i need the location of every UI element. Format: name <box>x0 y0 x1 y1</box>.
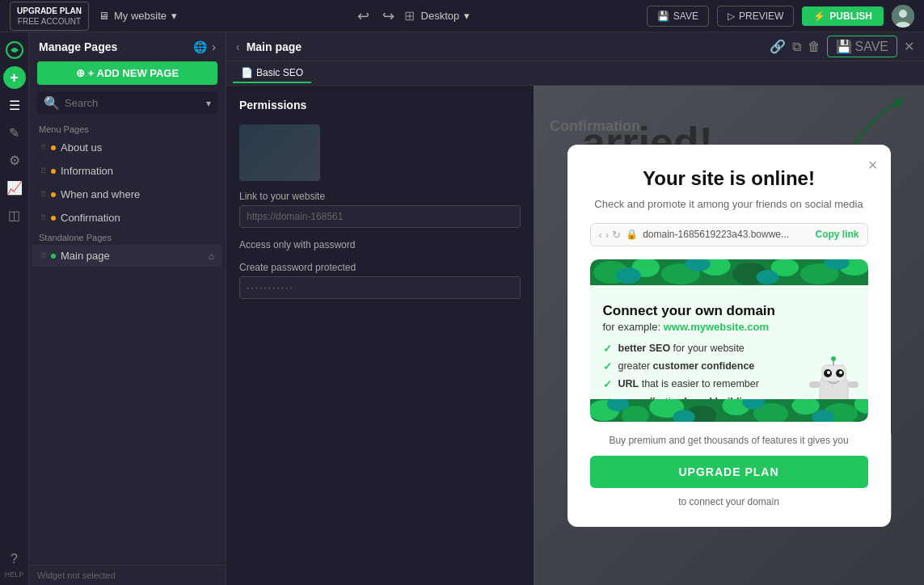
editor-save-button[interactable]: 💾 SAVE <box>827 36 898 57</box>
editor-topbar: ‹ Main page 🔗 ⧉ 🗑 💾 SAVE ✕ <box>226 32 924 61</box>
page-label: Main page <box>61 250 110 262</box>
icon-sidebar: + ☰ ✎ ⚙ 📈 ◫ ? HELP <box>0 32 29 585</box>
back-nav-icon[interactable]: ‹ <box>599 229 602 241</box>
upgrade-line1: UPGRADE PLAN <box>17 6 82 16</box>
undo-button[interactable]: ↩ <box>354 4 373 28</box>
permissions-panel: Permissions Link to your website Access … <box>226 86 534 585</box>
canvas-area: Confirmation arried! 51 Seconds <box>534 86 924 585</box>
pages-panel: Manage Pages 🌐 › ⊕ + ADD NEW PAGE 🔍 ▾ Me… <box>29 32 226 585</box>
upgrade-plan-modal-button[interactable]: UPGRADE PLAN <box>590 456 868 488</box>
pages-title: Manage Pages <box>39 40 117 53</box>
chevron-down-icon: ▾ <box>171 10 177 22</box>
duplicate-icon[interactable]: ⧉ <box>792 40 801 54</box>
page-preview-thumbnail <box>239 124 320 181</box>
page-item-information[interactable]: ⠿ Information <box>32 160 222 182</box>
help-icon[interactable]: ? <box>3 548 26 570</box>
status-dot <box>51 192 56 197</box>
editor-main: Permissions Link to your website Access … <box>226 86 924 585</box>
redo-button[interactable]: ↪ <box>379 4 398 28</box>
domain-card-example: for example: www.mywebsite.com <box>603 321 855 333</box>
edit-icon[interactable]: ✎ <box>3 121 26 144</box>
check-icon: ✓ <box>603 343 612 355</box>
globe-icon[interactable]: 🌐 <box>193 40 207 53</box>
modal-title: Your site is online! <box>590 167 868 190</box>
page-item-when-and-where[interactable]: ⠿ When and where <box>32 183 222 205</box>
copy-link-button[interactable]: Copy link <box>815 229 859 240</box>
search-input[interactable] <box>65 97 201 109</box>
permissions-title: Permissions <box>239 99 521 112</box>
editor-close-button[interactable]: ✕ <box>904 39 914 54</box>
page-item-about-us[interactable]: ⠿ About us <box>32 137 222 158</box>
svg-rect-27 <box>848 381 859 388</box>
page-item-confirmation[interactable]: ⠿ Confirmation <box>32 207 222 229</box>
example-url-link[interactable]: www.mywebsite.com <box>664 321 769 333</box>
svg-point-16 <box>756 270 778 284</box>
browser-nav-icons: ‹ › ↻ <box>599 229 622 241</box>
svg-point-23 <box>839 371 842 374</box>
preview-button[interactable]: ▷ PREVIEW <box>717 6 794 27</box>
svg-rect-26 <box>809 381 820 388</box>
modal-overlay: × Your site is online! Check and promote… <box>534 86 924 585</box>
save-icon: 💾 <box>836 39 852 54</box>
status-dot <box>51 145 56 150</box>
drag-handle-icon: ⠿ <box>40 166 46 175</box>
tab-basic-seo[interactable]: 📄 Basic SEO <box>233 64 311 83</box>
check-icon: ✓ <box>603 360 612 372</box>
link-label: Link to your website <box>239 191 521 202</box>
modal-close-button[interactable]: × <box>868 156 878 175</box>
link-input[interactable] <box>239 205 521 228</box>
drag-handle-icon: ⠿ <box>40 190 46 199</box>
device-selector[interactable]: Desktop ▾ <box>421 10 470 22</box>
lightning-icon: ⚡ <box>813 11 825 22</box>
user-avatar[interactable] <box>892 5 914 27</box>
add-element-button[interactable]: + <box>3 66 26 89</box>
publish-button[interactable]: ⚡ PUBLISH <box>802 6 884 26</box>
collapse-icon[interactable]: › <box>212 40 216 53</box>
help-label: HELP <box>3 570 26 579</box>
link-icon[interactable]: 🔗 <box>770 39 786 54</box>
access-field: Access only with password <box>239 239 521 250</box>
delete-icon[interactable]: 🗑 <box>808 40 821 54</box>
layers-icon[interactable]: ◫ <box>3 204 26 226</box>
logo-icon <box>3 39 26 61</box>
svg-point-14 <box>615 267 640 284</box>
editor-subtabs: 📄 Basic SEO <box>226 61 924 86</box>
forward-nav-icon[interactable]: › <box>605 229 609 241</box>
access-label: Access only with password <box>239 239 521 250</box>
page-item-main-page[interactable]: ⠿ Main page ⌂ <box>32 245 222 267</box>
search-icon: 🔍 <box>44 95 60 111</box>
upgrade-line2: FREE ACCOUNT <box>17 16 82 27</box>
standalone-section-label: Standalone Pages <box>29 229 226 244</box>
menu-section-label: Menu Pages <box>29 121 226 136</box>
lock-icon: 🔒 <box>626 229 638 240</box>
editor-actions: 🔗 ⧉ 🗑 💾 SAVE ✕ <box>770 36 915 57</box>
back-button[interactable]: ‹ <box>236 40 240 53</box>
page-label: Information <box>61 165 113 177</box>
success-modal: × Your site is online! Check and promote… <box>567 145 891 527</box>
topbar: UPGRADE PLAN FREE ACCOUNT 🖥 My website ▾… <box>0 0 924 32</box>
page-label: Confirmation <box>61 212 120 224</box>
save-button[interactable]: 💾 SAVE <box>647 6 709 27</box>
status-dot <box>51 216 56 221</box>
modal-subtitle: Check and promote it among your friends … <box>590 198 868 210</box>
chevron-down-icon: ▾ <box>206 98 211 109</box>
pages-header: Manage Pages 🌐 › <box>29 32 226 58</box>
password-label: Create password protected <box>239 262 521 273</box>
settings-icon[interactable]: ⚙ <box>3 149 26 171</box>
my-website-button[interactable]: 🖥 My website ▾ <box>99 10 177 22</box>
analytics-icon[interactable]: 📈 <box>3 176 26 199</box>
leaves-bottom-decoration <box>590 399 868 422</box>
svg-point-1 <box>899 10 907 18</box>
drag-handle-icon: ⠿ <box>40 143 46 152</box>
main-layout: + ☰ ✎ ⚙ 📈 ◫ ? HELP Manage Pages 🌐 › ⊕ + … <box>0 32 924 585</box>
search-bar: 🔍 ▾ <box>37 91 217 115</box>
topbar-center: ↩ ↪ ⊞ Desktop ▾ <box>354 4 470 28</box>
refresh-icon[interactable]: ↻ <box>612 229 621 241</box>
modal-bottom-text: Buy premium and get thousands of feature… <box>590 435 868 446</box>
add-page-button[interactable]: ⊕ + ADD NEW PAGE <box>37 61 217 85</box>
play-icon: ▷ <box>728 11 735 22</box>
upgrade-plan-button[interactable]: UPGRADE PLAN FREE ACCOUNT <box>10 2 89 31</box>
pages-icon[interactable]: ☰ <box>3 94 26 116</box>
svg-point-22 <box>827 371 830 374</box>
domain-card-title: Connect your own domain <box>603 303 855 319</box>
